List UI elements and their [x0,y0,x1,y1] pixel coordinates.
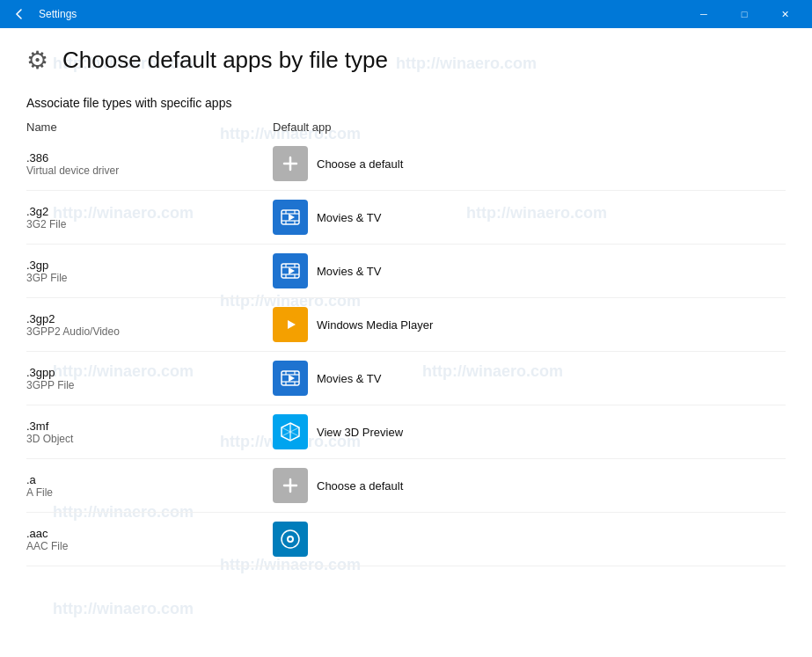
file-description: 3G2 File [26,218,273,230]
close-button[interactable]: ✕ [764,0,805,28]
file-info: .386Virtual device driver [26,151,273,177]
title-bar-left: Settings [7,2,77,26]
col-name-header: Name [26,120,273,134]
file-extension: .386 [26,151,273,164]
app-info: View 3D Preview [273,414,403,449]
file-description: 3GP File [26,272,273,284]
app-name: Choose a default [317,479,403,493]
window-title: Settings [39,8,77,20]
app-info: Movies & TV [273,253,381,288]
app-name: Movies & TV [317,372,381,385]
app-icon [273,414,308,449]
svg-marker-11 [289,267,295,274]
file-extension: .3mf [26,420,273,433]
back-button[interactable] [7,2,32,26]
app-icon [273,522,308,557]
main-content: http://winaero.comhttp://winaero.comhttp… [0,28,812,657]
app-icon [273,468,308,503]
column-headers: Name Default app [26,117,786,137]
app-info: Windows Media Player [273,307,433,342]
app-name: Windows Media Player [317,318,433,332]
file-row[interactable]: .3gpp3GPP FileMovies & TV [26,352,786,405]
app-icon [273,253,308,288]
page-title: Choose default apps by file type [62,47,388,74]
file-info: .aacAAC File [26,527,273,552]
file-rows: .386Virtual device driverChoose a defaul… [26,137,786,566]
svg-point-36 [289,537,292,541]
file-row[interactable]: .3g23G2 FileMovies & TV [26,191,786,245]
title-bar: Settings ─ □ ✕ [0,0,812,28]
file-extension: .3gpp [26,366,273,379]
app-icon [273,200,308,235]
maximize-button[interactable]: □ [724,0,764,28]
file-description: Virtual device driver [26,164,273,177]
file-info: .3gp3GP File [26,259,273,284]
file-row[interactable]: .3gp3GP FileMovies & TV [26,245,786,298]
settings-icon: ⚙ [26,46,48,75]
file-description: 3GPP2 Audio/Video [26,325,273,338]
app-name: View 3D Preview [317,426,403,439]
file-row[interactable]: .386Virtual device driverChoose a defaul… [26,137,786,191]
file-row[interactable]: .3gp23GPP2 Audio/VideoWindows Media Play… [26,298,786,352]
file-row[interactable]: .aacAAC File [26,513,786,566]
file-extension: .3gp2 [26,312,273,325]
file-info: .3gp23GPP2 Audio/Video [26,312,273,338]
file-description: AAC File [26,540,273,552]
file-info: .3gpp3GPP File [26,366,273,391]
app-info: Movies & TV [273,361,381,396]
app-info: Choose a default [273,468,403,503]
col-app-header: Default app [273,120,332,134]
file-description: A File [26,486,273,499]
app-name: Movies & TV [317,265,381,278]
file-extension: .3g2 [26,205,273,218]
file-info: .3g23G2 File [26,205,273,230]
file-row[interactable]: .aA FileChoose a default [26,459,786,513]
app-name: Movies & TV [317,211,381,224]
file-extension: .aac [26,527,273,540]
file-info: .aA File [26,473,273,499]
page-header: ⚙ Choose default apps by file type [26,46,786,75]
window-controls: ─ □ ✕ [684,0,805,28]
file-description: 3GPP File [26,379,273,391]
file-info: .3mf3D Object [26,420,273,445]
app-info [273,522,308,557]
app-name: Choose a default [317,157,403,171]
file-description: 3D Object [26,433,273,445]
app-info: Movies & TV [273,200,381,235]
app-icon [273,146,308,181]
app-icon [273,361,308,396]
file-extension: .3gp [26,259,273,272]
app-info: Choose a default [273,146,403,181]
svg-marker-3 [289,214,295,221]
minimize-button[interactable]: ─ [684,0,724,28]
app-icon [273,307,308,342]
file-extension: .a [26,473,273,486]
svg-marker-21 [289,375,295,382]
sub-header: Associate file types with specific apps [26,96,786,110]
file-row[interactable]: .3mf3D ObjectView 3D Preview [26,405,786,459]
